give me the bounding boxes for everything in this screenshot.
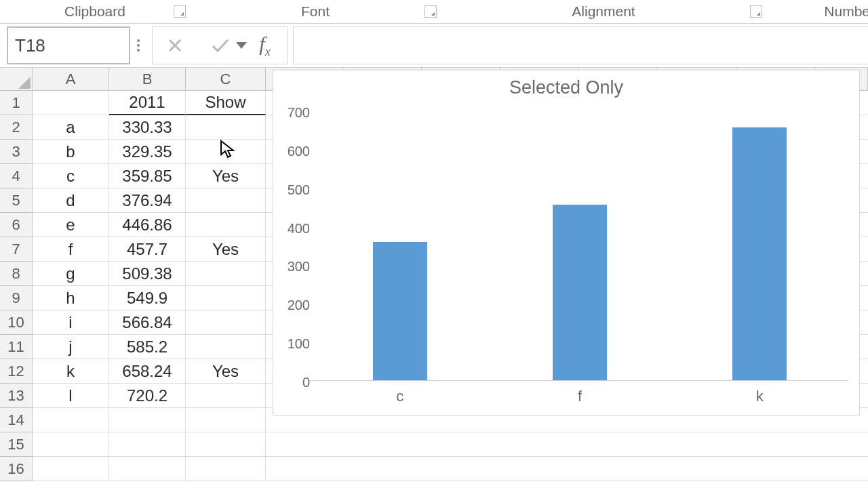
- chart-title[interactable]: Selected Only: [273, 70, 859, 106]
- formula-bar: fx: [0, 23, 868, 68]
- row-header[interactable]: 12: [0, 359, 33, 384]
- cell[interactable]: 446.86: [109, 213, 186, 237]
- cancel-button[interactable]: [153, 27, 197, 64]
- cell[interactable]: [109, 432, 186, 457]
- chart-plot-area[interactable]: [310, 113, 848, 381]
- cell[interactable]: 658.24: [109, 359, 186, 384]
- embedded-chart[interactable]: Selected Only 0100200300400500600700cfk: [273, 70, 860, 415]
- cell[interactable]: [186, 432, 266, 457]
- chart-x-tick-label: k: [756, 388, 764, 405]
- cell[interactable]: k: [33, 359, 109, 384]
- column-header[interactable]: A: [33, 68, 109, 90]
- row-header[interactable]: 7: [0, 237, 33, 262]
- cell[interactable]: l: [33, 384, 109, 408]
- cell[interactable]: c: [33, 164, 109, 188]
- row-header[interactable]: 16: [0, 457, 33, 481]
- vertical-dots-icon[interactable]: [130, 39, 146, 52]
- cell[interactable]: 330.33: [109, 115, 186, 140]
- row-header[interactable]: 5: [0, 188, 33, 213]
- cell[interactable]: [186, 310, 266, 335]
- row-header[interactable]: 11: [0, 335, 33, 359]
- cell[interactable]: [186, 262, 266, 286]
- cell[interactable]: i: [33, 310, 109, 335]
- row-header[interactable]: 10: [0, 310, 33, 335]
- row-header[interactable]: 14: [0, 408, 33, 432]
- cell[interactable]: 509.38: [109, 262, 186, 286]
- cell[interactable]: [186, 457, 266, 481]
- cell[interactable]: 549.9: [109, 286, 186, 310]
- cell[interactable]: [186, 286, 266, 310]
- cell[interactable]: g: [33, 262, 109, 286]
- cell[interactable]: Yes: [186, 359, 266, 384]
- cell[interactable]: [33, 432, 109, 457]
- column-header[interactable]: C: [186, 68, 266, 90]
- ribbon-group-label: Clipboard: [64, 3, 125, 20]
- dialog-launcher-icon[interactable]: [174, 5, 186, 18]
- cell[interactable]: b: [33, 140, 109, 164]
- cell[interactable]: 376.94: [109, 188, 186, 213]
- row-header[interactable]: 6: [0, 213, 33, 237]
- cell[interactable]: 359.85: [109, 164, 186, 188]
- ribbon-group-label: Number: [824, 3, 868, 20]
- chart-y-tick-label: 400: [280, 220, 310, 236]
- ribbon-group-labels: Clipboard Font Alignment Number: [0, 0, 868, 23]
- insert-function-button[interactable]: fx: [242, 27, 287, 64]
- cell[interactable]: [186, 115, 266, 140]
- chart-y-tick-label: 0: [280, 375, 310, 390]
- cell[interactable]: [266, 457, 868, 481]
- cell[interactable]: j: [33, 335, 109, 359]
- row-header[interactable]: 2: [0, 115, 33, 140]
- cell[interactable]: [109, 408, 186, 432]
- row-header[interactable]: 1: [0, 91, 33, 115]
- dialog-launcher-icon[interactable]: [750, 5, 762, 18]
- chart-bar[interactable]: [553, 205, 607, 381]
- cell[interactable]: [186, 213, 266, 237]
- chart-bar[interactable]: [373, 242, 427, 381]
- cell[interactable]: [33, 91, 109, 115]
- cell[interactable]: [186, 188, 266, 213]
- cell[interactable]: [186, 384, 266, 408]
- cell[interactable]: [109, 457, 186, 481]
- row-header[interactable]: 3: [0, 140, 33, 164]
- cell[interactable]: [266, 432, 868, 457]
- row-header[interactable]: 13: [0, 384, 33, 408]
- cell[interactable]: Yes: [186, 164, 266, 188]
- formula-input[interactable]: [293, 26, 868, 64]
- cell[interactable]: a: [33, 115, 109, 140]
- cell[interactable]: 585.2: [109, 335, 186, 359]
- dialog-launcher-icon[interactable]: [425, 5, 437, 18]
- chart-y-tick-label: 100: [280, 336, 310, 352]
- check-icon: [211, 38, 230, 53]
- cell[interactable]: e: [33, 213, 109, 237]
- table-row: 16: [0, 457, 868, 481]
- cell[interactable]: [33, 457, 109, 481]
- cell[interactable]: h: [33, 286, 109, 310]
- ribbon-group-label: Alignment: [572, 3, 635, 20]
- row-header[interactable]: 15: [0, 432, 33, 457]
- formula-bar-buttons: fx: [152, 26, 288, 64]
- enter-button[interactable]: [197, 27, 242, 64]
- cell[interactable]: f: [33, 237, 109, 262]
- ribbon-group-alignment: Alignment: [441, 0, 766, 23]
- cell[interactable]: [33, 408, 109, 432]
- column-header[interactable]: B: [109, 68, 186, 90]
- select-all-triangle[interactable]: [0, 68, 33, 90]
- chart-bar[interactable]: [732, 127, 787, 381]
- cell[interactable]: 329.35: [109, 140, 186, 164]
- chart-y-tick-label: 300: [280, 259, 310, 274]
- cell[interactable]: 720.2: [109, 384, 186, 408]
- cell[interactable]: Yes: [186, 237, 266, 262]
- cell[interactable]: [186, 140, 266, 164]
- cell[interactable]: 566.84: [109, 310, 186, 335]
- cell[interactable]: 457.7: [109, 237, 186, 262]
- cell[interactable]: Show: [186, 91, 266, 115]
- cell[interactable]: [186, 335, 266, 359]
- row-header[interactable]: 4: [0, 164, 33, 188]
- cell[interactable]: 2011: [109, 91, 186, 115]
- row-header[interactable]: 8: [0, 262, 33, 286]
- row-header[interactable]: 9: [0, 286, 33, 310]
- name-box[interactable]: [7, 26, 130, 64]
- chart-y-tick-label: 200: [280, 298, 310, 313]
- cell[interactable]: d: [33, 188, 109, 213]
- cell[interactable]: [186, 408, 266, 432]
